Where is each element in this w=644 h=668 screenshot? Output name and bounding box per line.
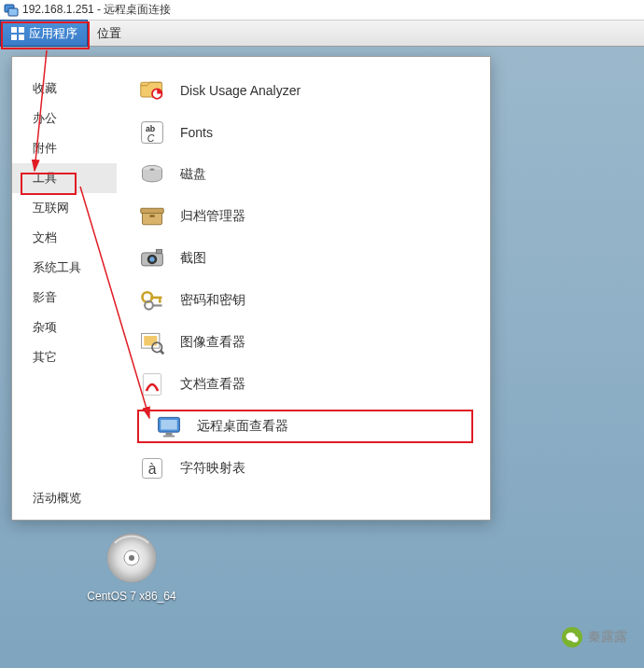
svg-rect-28 — [144, 336, 157, 346]
svg-rect-17 — [149, 215, 154, 217]
app-remote-desktop[interactable]: 远程桌面查看器 — [137, 410, 473, 443]
app-label: 密码和密钥 — [180, 292, 245, 309]
svg-point-43 — [571, 636, 578, 643]
svg-rect-2 — [11, 27, 17, 33]
cat-internet[interactable]: 互联网 — [12, 193, 117, 223]
app-fonts[interactable]: abC Fonts — [117, 116, 490, 149]
app-label: 字符映射表 — [180, 460, 245, 477]
svg-point-41 — [129, 555, 134, 561]
cat-multimedia[interactable]: 影音 — [12, 283, 117, 313]
svg-rect-4 — [11, 35, 17, 40]
svg-text:à: à — [148, 461, 157, 477]
menu-apps: Disk Usage Analyzer abC Fonts 磁盘 归档管理器 截… — [117, 57, 490, 520]
svg-line-30 — [161, 351, 164, 355]
app-label: 归档管理器 — [180, 208, 245, 225]
svg-rect-23 — [150, 297, 161, 299]
cat-sundry[interactable]: 杂项 — [12, 313, 117, 342]
cat-favorites[interactable]: 收藏 — [12, 74, 117, 104]
screenshot-icon — [139, 245, 165, 271]
panel-places[interactable]: 位置 — [88, 21, 131, 46]
cat-tools[interactable]: 工具 — [12, 163, 117, 193]
wechat-icon — [562, 627, 582, 647]
watermark-text: 秦露露 — [588, 629, 627, 646]
cat-system-tools[interactable]: 系统工具 — [12, 253, 117, 283]
app-doc-viewer[interactable]: 文档查看器 — [117, 368, 490, 401]
applications-menu: 收藏 办公 附件 工具 互联网 文档 系统工具 影音 杂项 其它 活动概览 Di… — [11, 56, 491, 521]
svg-point-14 — [149, 169, 154, 171]
menu-categories: 收藏 办公 附件 工具 互联网 文档 系统工具 影音 杂项 其它 活动概览 — [12, 57, 117, 520]
svg-rect-24 — [159, 299, 161, 302]
svg-rect-21 — [156, 249, 161, 253]
svg-rect-16 — [141, 208, 164, 213]
cat-documentation[interactable]: 文档 — [12, 223, 117, 253]
app-archive[interactable]: 归档管理器 — [117, 200, 490, 233]
svg-rect-1 — [8, 8, 18, 16]
cat-office[interactable]: 办公 — [12, 104, 117, 133]
svg-text:C: C — [147, 132, 155, 144]
watermark: 秦露露 — [562, 627, 627, 647]
app-label: Fonts — [180, 125, 213, 140]
svg-rect-35 — [163, 436, 175, 438]
svg-rect-3 — [19, 27, 24, 33]
image-viewer-icon — [139, 329, 165, 355]
cat-accessories[interactable]: 附件 — [12, 133, 117, 163]
rdp-titlebar: 192.168.1.251 - 远程桌面连接 — [0, 0, 644, 21]
app-label: Disk Usage Analyzer — [180, 83, 301, 98]
archive-icon — [139, 203, 165, 230]
app-image-viewer[interactable]: 图像查看器 — [117, 326, 490, 359]
remote-desktop-icon — [156, 413, 182, 439]
keys-icon — [139, 287, 165, 313]
disk-usage-icon — [139, 77, 165, 104]
gnome-panel: 应用程序 位置 — [0, 21, 644, 47]
cat-other[interactable]: 其它 — [12, 342, 117, 372]
doc-viewer-icon — [139, 371, 165, 397]
svg-rect-26 — [152, 304, 162, 306]
app-disk-usage[interactable]: Disk Usage Analyzer — [117, 74, 490, 107]
applications-icon — [10, 26, 25, 41]
svg-rect-34 — [166, 433, 173, 436]
app-screenshot[interactable]: 截图 — [117, 242, 490, 275]
app-label: 文档查看器 — [180, 376, 245, 393]
disks-icon — [139, 161, 165, 188]
charmap-icon: à — [139, 455, 165, 481]
rdp-icon — [4, 3, 19, 18]
panel-applications[interactable]: 应用程序 — [0, 20, 88, 47]
svg-rect-5 — [19, 35, 24, 40]
app-label: 图像查看器 — [180, 334, 245, 351]
fonts-icon: abC — [139, 119, 165, 146]
app-charmap[interactable]: à 字符映射表 — [117, 452, 490, 485]
rdp-title-text: 192.168.1.251 - 远程桌面连接 — [22, 2, 171, 18]
app-label: 截图 — [180, 250, 206, 267]
desktop-cd-icon[interactable]: CentOS 7 x86_64 — [80, 532, 183, 603]
app-disks[interactable]: 磁盘 — [117, 158, 490, 191]
activities-overview[interactable]: 活动概览 — [12, 480, 117, 520]
app-label: 远程桌面查看器 — [197, 418, 288, 435]
desktop-cd-label: CentOS 7 x86_64 — [80, 590, 183, 603]
app-seahorse[interactable]: 密码和密钥 — [117, 284, 490, 317]
svg-point-20 — [149, 257, 154, 261]
cd-icon — [105, 532, 158, 584]
panel-places-label: 位置 — [97, 25, 121, 42]
app-label: 磁盘 — [180, 166, 206, 183]
panel-applications-label: 应用程序 — [29, 25, 77, 42]
svg-rect-33 — [161, 420, 177, 430]
